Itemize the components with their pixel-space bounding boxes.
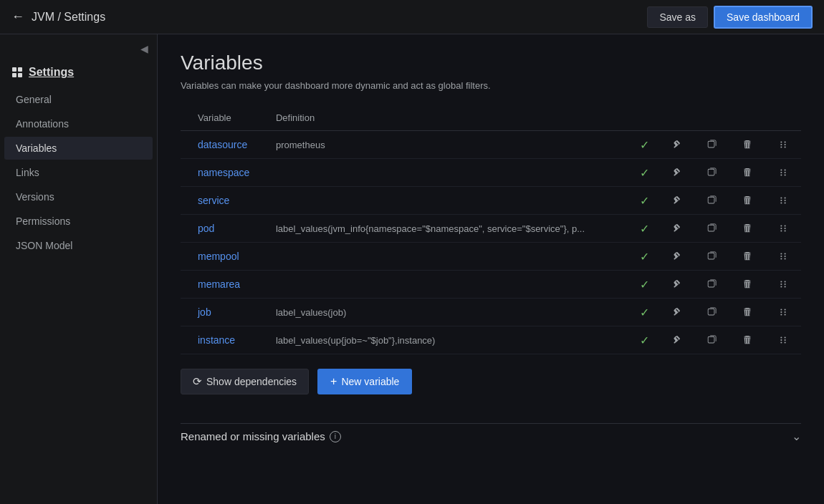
var-pin-button[interactable]: [666, 220, 685, 236]
var-pin-button[interactable]: [666, 248, 685, 264]
sidebar-item-links[interactable]: Links: [4, 161, 153, 184]
svg-point-43: [785, 311, 786, 313]
svg-point-40: [780, 309, 782, 310]
var-copy-button[interactable]: [702, 248, 721, 264]
var-drag-button[interactable]: [774, 137, 792, 152]
svg-point-42: [780, 311, 782, 313]
pin-icon: [671, 140, 681, 150]
var-pin-button[interactable]: [666, 137, 685, 152]
var-delete-button[interactable]: [738, 220, 757, 236]
var-delete-button[interactable]: [738, 276, 757, 292]
svg-point-29: [785, 253, 786, 254]
copy-icon: [706, 251, 717, 261]
var-copy-button[interactable]: [702, 304, 721, 320]
var-pin-button[interactable]: [666, 304, 685, 320]
var-copy-button[interactable]: [702, 276, 721, 292]
sidebar-item-variables[interactable]: Variables: [4, 137, 153, 160]
var-delete-button[interactable]: [738, 165, 757, 180]
trash-icon: [742, 168, 752, 178]
var-copy-button[interactable]: [702, 193, 721, 208]
var-drag-button[interactable]: [774, 304, 792, 320]
svg-point-49: [785, 339, 786, 341]
back-button[interactable]: ←: [11, 9, 24, 24]
var-valid-icon: ✓: [640, 306, 649, 319]
var-drag-button[interactable]: [774, 165, 792, 180]
var-delete-button[interactable]: [738, 137, 757, 152]
col-header-definition: Definition: [267, 108, 631, 131]
var-drag-button[interactable]: [774, 276, 792, 292]
var-delete-button[interactable]: [738, 193, 757, 208]
svg-point-13: [785, 172, 786, 173]
var-name[interactable]: datasource: [198, 139, 247, 150]
svg-point-51: [785, 341, 786, 343]
layout: ◀ Settings General Annotations Variables…: [0, 34, 824, 504]
renamed-label: Renamed or missing variables: [181, 430, 325, 442]
var-delete-button[interactable]: [738, 304, 757, 320]
buttons-row: ⟳ Show dependencies + New variable: [181, 369, 801, 394]
svg-point-10: [780, 169, 782, 170]
sidebar-item-annotations[interactable]: Annotations: [4, 112, 153, 135]
var-name[interactable]: mempool: [198, 251, 239, 262]
info-icon[interactable]: i: [330, 431, 341, 442]
collapse-icon: ◀: [140, 43, 148, 54]
svg-point-7: [785, 144, 786, 145]
sidebar-item-json-model[interactable]: JSON Model: [4, 234, 153, 257]
var-pin-button[interactable]: [666, 276, 685, 292]
svg-point-26: [780, 230, 782, 231]
sidebar-item-general[interactable]: General: [4, 88, 153, 111]
svg-point-21: [785, 202, 786, 203]
chevron-down-icon[interactable]: ⌄: [792, 430, 801, 443]
show-dependencies-button[interactable]: ⟳ Show dependencies: [181, 369, 309, 394]
var-copy-button[interactable]: [702, 137, 721, 152]
var-pin-button[interactable]: [666, 165, 685, 180]
var-copy-button[interactable]: [702, 220, 721, 236]
svg-point-17: [785, 197, 786, 198]
var-pin-button[interactable]: [666, 332, 685, 348]
svg-point-45: [785, 314, 786, 315]
var-drag-button[interactable]: [774, 332, 792, 348]
var-copy-button[interactable]: [702, 165, 721, 180]
page-subtitle: Variables can make your dashboard more d…: [181, 80, 801, 91]
svg-point-36: [780, 284, 782, 285]
var-pin-button[interactable]: [666, 193, 685, 208]
svg-point-28: [780, 253, 782, 254]
var-delete-button[interactable]: [738, 332, 757, 348]
new-variable-button[interactable]: + New variable: [317, 369, 412, 394]
save-dashboard-button[interactable]: Save dashboard: [714, 6, 813, 29]
svg-point-31: [785, 256, 786, 257]
grip-icon: [778, 279, 788, 289]
var-definition: label_values(job): [276, 307, 346, 318]
svg-point-46: [780, 336, 782, 338]
var-name[interactable]: namespace: [198, 167, 249, 178]
var-drag-button[interactable]: [774, 220, 792, 236]
var-name[interactable]: memarea: [198, 278, 240, 290]
sidebar-item-versions[interactable]: Versions: [4, 185, 153, 208]
topbar-right: Save as Save dashboard: [647, 6, 813, 29]
copy-icon: [706, 335, 717, 345]
svg-point-19: [785, 200, 786, 201]
new-var-label: New variable: [341, 376, 399, 387]
var-valid-icon: ✓: [640, 251, 649, 263]
sidebar-collapse-button[interactable]: ◀: [0, 40, 157, 60]
trash-icon: [742, 195, 752, 205]
save-as-button[interactable]: Save as: [647, 6, 708, 28]
sidebar-item-permissions[interactable]: Permissions: [4, 210, 153, 233]
svg-rect-1: [18, 67, 22, 72]
pin-icon: [671, 168, 681, 178]
var-valid-icon: ✓: [640, 278, 649, 291]
table-row: instance label_values(up{job=~"$job"},in…: [181, 326, 801, 354]
svg-point-32: [780, 258, 782, 259]
var-drag-button[interactable]: [774, 193, 792, 208]
var-name[interactable]: instance: [198, 334, 235, 346]
sidebar-settings-title[interactable]: Settings: [0, 60, 157, 87]
var-copy-button[interactable]: [702, 332, 721, 348]
trash-icon: [742, 335, 752, 345]
var-name[interactable]: pod: [198, 223, 214, 234]
var-drag-button[interactable]: [774, 248, 792, 264]
var-delete-button[interactable]: [738, 248, 757, 264]
svg-point-27: [785, 230, 786, 231]
var-name[interactable]: service: [198, 195, 229, 206]
svg-point-4: [780, 141, 782, 142]
var-name[interactable]: job: [198, 306, 211, 318]
grip-icon: [778, 223, 788, 233]
